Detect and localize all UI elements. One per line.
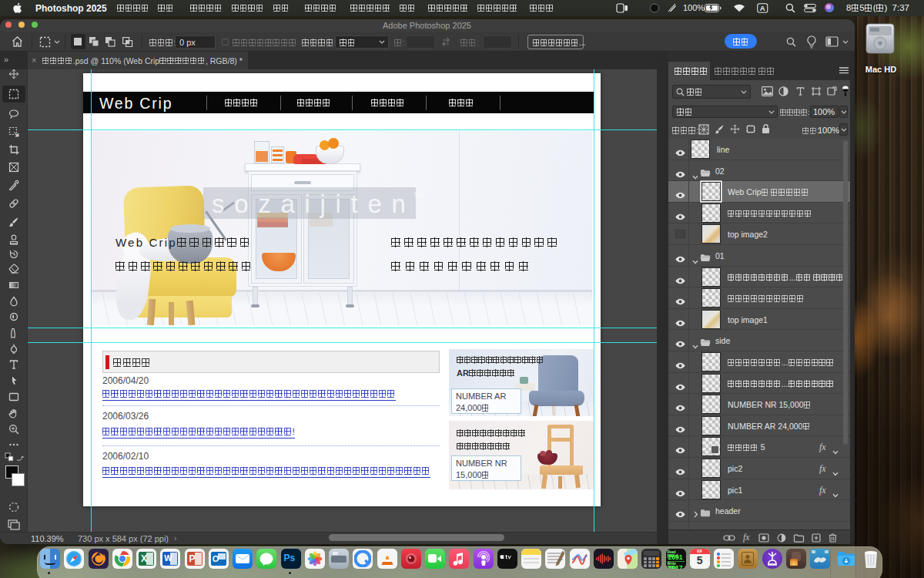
svg-text:A: A — [760, 4, 765, 12]
